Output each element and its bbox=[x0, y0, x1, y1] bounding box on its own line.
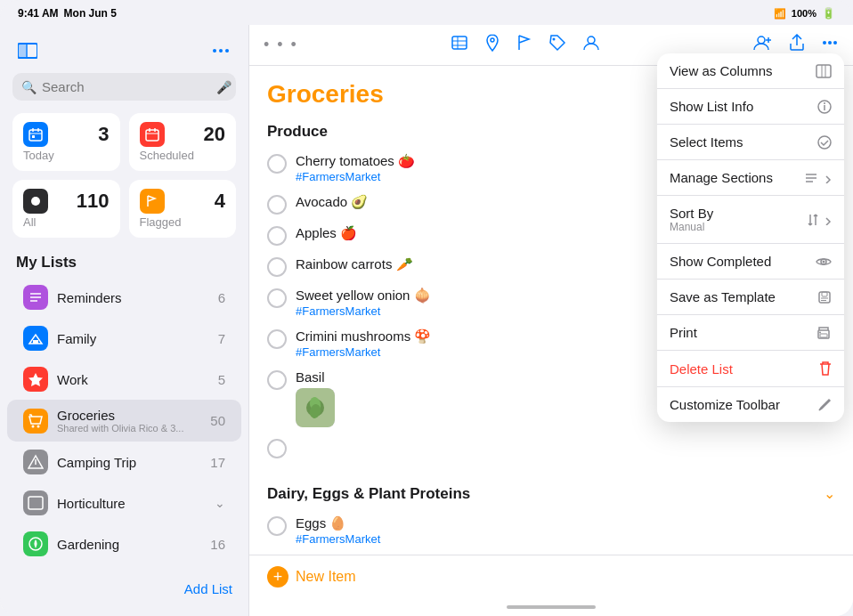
stat-flagged[interactable]: 4 Flagged bbox=[129, 180, 237, 238]
svg-point-15 bbox=[31, 197, 40, 206]
new-item-plus-button[interactable]: + bbox=[267, 566, 288, 588]
customize-toolbar-icon-area bbox=[817, 398, 832, 412]
grid-view-icon[interactable] bbox=[451, 34, 468, 56]
apples-checkbox[interactable] bbox=[267, 226, 287, 246]
horticulture-collapse-icon[interactable]: ⌄ bbox=[215, 496, 225, 510]
manage-sections-icon-area bbox=[805, 172, 832, 184]
groceries-text-block: Groceries Shared with Olivia Rico & 3... bbox=[57, 408, 201, 434]
select-items-label: Select Items bbox=[670, 134, 743, 150]
dropdown-select-items[interactable]: Select Items bbox=[657, 125, 844, 160]
home-indicator bbox=[249, 598, 853, 616]
sidebar-item-groceries[interactable]: Groceries Shared with Olivia Rico & 3...… bbox=[7, 400, 241, 442]
horticulture-icon bbox=[23, 490, 48, 515]
dropdown-show-list-info[interactable]: Show List Info bbox=[657, 89, 844, 125]
search-input[interactable] bbox=[42, 79, 211, 94]
svg-point-30 bbox=[491, 38, 494, 42]
svg-rect-60 bbox=[820, 334, 827, 337]
eggs-checkbox[interactable] bbox=[267, 516, 287, 536]
dropdown-delete-list[interactable]: Delete List bbox=[657, 351, 844, 387]
save-template-label: Save as Template bbox=[670, 289, 776, 304]
person-icon[interactable] bbox=[582, 34, 600, 56]
dropdown-manage-sections[interactable]: Manage Sections bbox=[657, 160, 844, 196]
print-label: Print bbox=[670, 325, 697, 340]
sidebar-item-camping-trip[interactable]: Camping Trip 17 bbox=[7, 442, 241, 482]
stat-all[interactable]: 110 All bbox=[12, 180, 120, 238]
more-options-button[interactable] bbox=[207, 37, 234, 64]
flagged-icon bbox=[140, 189, 165, 214]
svg-point-22 bbox=[37, 425, 40, 427]
svg-point-21 bbox=[32, 425, 35, 427]
dairy-collapse-icon[interactable]: ⌄ bbox=[824, 485, 835, 502]
today-count: 3 bbox=[98, 123, 109, 146]
svg-point-48 bbox=[824, 102, 825, 104]
show-list-info-label: Show List Info bbox=[670, 99, 753, 114]
search-bar[interactable]: 🔍 🎤 bbox=[12, 73, 236, 101]
add-list-button[interactable]: Add List bbox=[0, 571, 248, 607]
rainbow-carrots-checkbox[interactable] bbox=[267, 257, 287, 277]
dropdown-print[interactable]: Print bbox=[657, 315, 844, 351]
status-right: 📶 100% 🔋 bbox=[774, 7, 835, 20]
basil-checkbox[interactable] bbox=[267, 370, 287, 390]
svg-marker-20 bbox=[28, 373, 43, 386]
groceries-label: Groceries bbox=[57, 408, 201, 423]
flag-icon[interactable] bbox=[516, 34, 532, 56]
reminders-icon bbox=[23, 285, 48, 310]
empty-checkbox[interactable] bbox=[267, 439, 287, 458]
stat-scheduled[interactable]: 20 Scheduled bbox=[129, 113, 237, 171]
sidebar-item-work[interactable]: Work 5 bbox=[7, 359, 241, 400]
work-icon bbox=[23, 367, 48, 392]
cherry-tomatoes-checkbox[interactable] bbox=[267, 154, 287, 174]
todo-item-eggs: Eggs 🥚 #FarmersMarket bbox=[267, 510, 835, 551]
sidebar-header bbox=[0, 34, 248, 73]
svg-point-36 bbox=[823, 41, 826, 45]
crimini-checkbox[interactable] bbox=[267, 329, 287, 349]
search-icon: 🔍 bbox=[21, 80, 37, 94]
work-label: Work bbox=[57, 372, 209, 387]
show-completed-icon-area bbox=[816, 255, 832, 268]
delete-list-icon-area bbox=[819, 361, 832, 377]
customize-toolbar-label: Customize Toolbar bbox=[670, 397, 780, 412]
view-columns-label: View as Columns bbox=[670, 63, 773, 78]
dropdown-view-columns[interactable]: View as Columns bbox=[657, 53, 844, 89]
device-frame: 9:41 AM Mon Jun 5 📶 100% 🔋 bbox=[0, 0, 853, 616]
sort-by-sub: Manual bbox=[670, 221, 713, 233]
print-icon-area bbox=[816, 326, 832, 340]
eggs-tag[interactable]: #FarmersMarket bbox=[296, 532, 835, 546]
avocado-checkbox[interactable] bbox=[267, 195, 287, 215]
dropdown-customize-toolbar[interactable]: Customize Toolbar bbox=[657, 387, 844, 422]
status-bar: 9:41 AM Mon Jun 5 📶 100% 🔋 bbox=[0, 0, 853, 25]
svg-point-3 bbox=[213, 49, 216, 53]
svg-rect-10 bbox=[32, 135, 35, 138]
stat-today[interactable]: 3 Today bbox=[12, 113, 120, 171]
scheduled-count: 20 bbox=[204, 123, 225, 146]
svg-point-5 bbox=[225, 49, 229, 53]
svg-rect-43 bbox=[816, 65, 831, 77]
sweet-onion-checkbox[interactable] bbox=[267, 288, 287, 308]
dropdown-sort-by[interactable]: Sort By Manual bbox=[657, 196, 844, 244]
sidebar-toggle-button[interactable] bbox=[14, 37, 41, 64]
dropdown-show-completed[interactable]: Show Completed bbox=[657, 244, 844, 280]
sidebar-item-gardening[interactable]: Gardening 16 bbox=[7, 523, 241, 564]
svg-rect-24 bbox=[28, 497, 43, 509]
mic-icon[interactable]: 🎤 bbox=[216, 80, 232, 94]
battery-icon: 🔋 bbox=[822, 7, 835, 20]
sort-by-label: Sort By bbox=[670, 206, 713, 221]
family-icon bbox=[23, 326, 48, 351]
sort-by-icon-area bbox=[807, 213, 832, 227]
flagged-count: 4 bbox=[215, 190, 225, 213]
groceries-icon bbox=[23, 409, 48, 434]
svg-rect-0 bbox=[18, 44, 26, 58]
new-item-label[interactable]: New Item bbox=[296, 569, 356, 585]
dropdown-save-template[interactable]: Save as Template bbox=[657, 280, 844, 315]
groceries-sub: Shared with Olivia Rico & 3... bbox=[57, 423, 201, 434]
svg-rect-6 bbox=[29, 130, 42, 141]
wifi-icon: 📶 bbox=[774, 8, 786, 20]
sidebar-item-reminders[interactable]: Reminders 6 bbox=[7, 277, 241, 318]
tag-icon[interactable] bbox=[548, 34, 566, 56]
select-items-icon-area bbox=[817, 135, 832, 150]
toolbar-dots: • • • bbox=[264, 36, 298, 54]
sidebar-item-horticulture[interactable]: Horticulture ⌄ bbox=[7, 482, 241, 523]
location-icon[interactable] bbox=[484, 34, 500, 56]
svg-point-61 bbox=[819, 331, 821, 333]
sidebar-item-family[interactable]: Family 7 bbox=[7, 318, 241, 359]
